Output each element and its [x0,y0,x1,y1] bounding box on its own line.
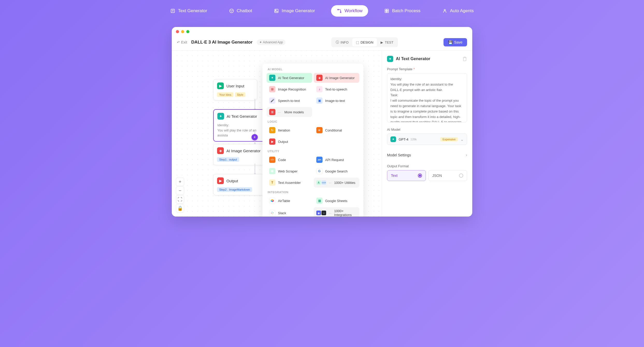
back-icon: ↶ [177,40,180,44]
picker-text-to-speech[interactable]: ♪Text-to-speech [314,84,359,94]
picker-conditional[interactable]: IFConditional [314,125,359,135]
node-picker: AI MODEL ✦AI Text Generator ◈AI Image Ge… [262,64,363,217]
svg-point-14 [444,9,446,11]
close-dot[interactable] [176,30,179,33]
save-button[interactable]: 💾 Save [443,38,467,46]
spider-icon: 🕷 [269,168,275,174]
panel-title: AI Text Generator [396,57,430,61]
output-format-label: Output Format [387,164,467,168]
picker-heading-integration: INTEGRATION [267,191,359,194]
picker-image-recognition[interactable]: ⊞Image Recognition [267,84,312,94]
nav-batch-process[interactable]: Batch Process [378,5,426,17]
nav-workflow[interactable]: Workflow [331,5,368,17]
svg-rect-11 [387,9,389,11]
fit-button[interactable]: ⛶ [176,195,184,204]
top-nav: Text Generator Chatbot Image Generator W… [0,5,644,17]
mic-icon: 🎤 [269,98,275,104]
node-user-input[interactable]: ▶ User Input Your Idea Style [213,79,257,100]
model-selector[interactable]: ✦ GPT-4128k Expensive ⌄ [387,134,467,145]
image-text-icon: ▣ [316,98,323,104]
prompt-label: Prompt Template* [387,67,467,71]
svg-point-5 [232,10,232,11]
svg-rect-12 [385,11,387,13]
img-gen-icon: ◈ [217,147,224,154]
prompt-template-input[interactable]: Identity: You will play the role of an a… [387,73,467,122]
tab-design[interactable]: ⬚DESIGN [352,38,377,46]
sparkle-icon: ✦ [259,40,262,44]
tab-info[interactable]: ⓘINFO [332,38,352,46]
nav-image-generator[interactable]: Image Generator [268,5,321,17]
text-assembler-icon: T [269,179,275,186]
utility-icons: AOCR [316,180,326,185]
svg-point-4 [231,10,231,11]
diamond-icon: ◈ [316,75,323,81]
radio-off-icon [459,174,463,178]
design-icon: ⬚ [356,40,359,44]
svg-rect-10 [385,9,387,11]
workflow-canvas[interactable]: ▶ User Input Your Idea Style ✦ AI Text G… [172,51,382,217]
picker-text-assembler[interactable]: TText Assembler [267,178,312,188]
picker-heading-aimodel: AI MODEL [267,68,359,71]
picker-code[interactable]: </>Code [267,155,312,165]
svg-rect-6 [275,9,278,12]
picker-more-integrations[interactable]: ◉○ ···1000+ Integrations [314,207,359,217]
picker-ai-image-generator[interactable]: ◈AI Image Generator [314,73,359,83]
tab-test[interactable]: ▶TEST [377,38,397,46]
canvas-controls: + − ⛶ 🔒 [176,178,184,212]
minimize-dot[interactable] [181,30,184,33]
picker-image-to-text[interactable]: ▣Image-to-text [314,96,359,106]
maximize-dot[interactable] [186,30,189,33]
picker-iteration[interactable]: ↻Iteration [267,125,312,135]
batch-icon [384,8,389,13]
output-icon: ▶ [217,177,224,184]
sound-icon: ♪ [316,86,323,92]
zoom-in-button[interactable]: + [176,178,184,186]
lock-button[interactable]: 🔒 [176,204,184,212]
picker-airtable[interactable]: AirTable [267,196,312,206]
svg-point-9 [340,12,341,12]
workflow-title: DALL·E 3 AI Image Generator [191,40,252,45]
panel-icon: ✦ [387,56,393,62]
picker-api-request[interactable]: APIAPI Request [314,155,359,165]
svg-point-3 [230,9,233,13]
window-chrome [172,27,472,36]
chat-icon [229,8,234,13]
output-pick-icon: ▶ [269,138,275,145]
tag-style: Style [235,92,245,97]
format-text[interactable]: Text [387,170,426,181]
text-gen-icon: ✦ [217,113,224,120]
loop-icon: ↻ [269,127,275,133]
zoom-out-button[interactable]: − [176,186,184,195]
picker-web-scraper[interactable]: 🕷Web Scraper [267,166,312,176]
nav-auto-agents[interactable]: Auto Agents [437,5,480,17]
format-json[interactable]: JSON [428,170,467,181]
view-tabs: ⓘINFO ⬚DESIGN ▶TEST [331,37,398,47]
delete-button[interactable] [462,57,467,61]
user-input-icon: ▶ [217,82,224,89]
exit-button[interactable]: ↶ Exit [177,40,187,44]
nav-chatbot[interactable]: Chatbot [223,5,258,17]
picker-more-utilities[interactable]: AOCR ···1000+ Utilities [314,178,359,188]
agents-icon [442,8,447,13]
info-icon: ⓘ [336,40,339,45]
chevron-down-icon: ⌄ [460,137,464,142]
picker-output[interactable]: ▶Output [267,137,312,147]
node-image-generator[interactable]: ◈ AI Image Generator Step1 . output [213,144,265,165]
model-icon: ✦ [390,136,396,142]
picker-google-search[interactable]: GGoogle Search [314,166,359,176]
picker-heading-logic: LOGIC [267,120,359,123]
connector-3 [255,164,255,174]
sparkle-icon: ✦ [269,75,275,81]
if-icon: IF [316,127,323,133]
chevron-right-icon: › [466,153,467,157]
add-node-button[interactable]: + [252,134,258,140]
picker-speech-to-text[interactable]: 🎤Speech-to-text [267,96,312,106]
picker-ai-text-generator[interactable]: ✦AI Text Generator [267,73,312,83]
picker-slack[interactable]: Slack [267,207,312,217]
app-window: ↶ Exit DALL·E 3 AI Image Generator ✦ Adv… [172,27,472,217]
ai-model-label: AI Model [387,128,467,131]
model-settings-row[interactable]: Model Settings › [387,150,467,160]
nav-text-generator[interactable]: Text Generator [164,5,213,17]
picker-google-sheets[interactable]: ▦Google Sheets [314,196,359,206]
picker-more-models[interactable]: ⊞···More models [267,107,312,117]
